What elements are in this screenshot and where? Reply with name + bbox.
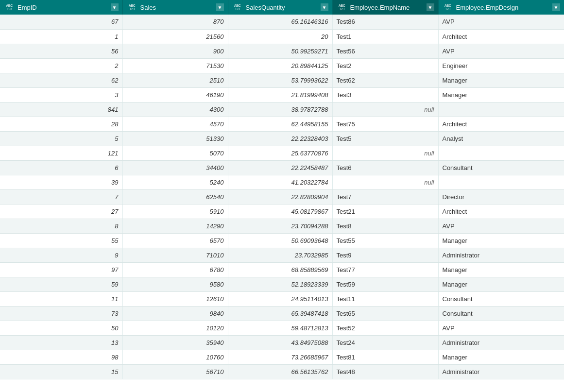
sort-button-empid[interactable]: ▼	[111, 3, 119, 11]
cell-salesqty: 66.56135762	[228, 364, 332, 379]
cell-empname: Test11	[332, 291, 438, 306]
cell-sales: 10760	[122, 350, 228, 364]
type-icon-empdesign: ABC 123	[443, 4, 453, 11]
cell-empname: Test48	[332, 364, 438, 379]
table-row: 981076073.26685967Test81Manager	[0, 350, 564, 364]
cell-salesqty: 62.44958155	[228, 117, 332, 131]
cell-empid: 97	[0, 262, 122, 277]
cell-salesqty: 23.70094288	[228, 219, 332, 233]
cell-sales: 4570	[122, 117, 228, 131]
cell-sales: 14290	[122, 219, 228, 233]
col-label-salesqty: SalesQuantity	[246, 4, 319, 11]
table-row: 5690050.99259271Test56AVP	[0, 44, 564, 58]
table-row: 121507025.63770876null	[0, 146, 564, 160]
cell-sales: 62540	[122, 189, 228, 204]
cell-empdesign: Consultant	[438, 160, 564, 175]
cell-salesqty: 22.22328403	[228, 131, 332, 146]
cell-salesqty: 23.7032985	[228, 248, 332, 262]
cell-empdesign: AVP	[438, 219, 564, 233]
cell-empdesign: Architect	[438, 29, 564, 44]
cell-salesqty: 43.84975088	[228, 335, 332, 350]
cell-empid: 2	[0, 58, 122, 73]
table-row: 55657050.69093648Test55Manager	[0, 233, 564, 248]
cell-sales: 10120	[122, 321, 228, 335]
cell-empname: Test21	[332, 204, 438, 219]
table-row: 6787065.16146316Test86AVP	[0, 15, 564, 29]
cell-empdesign: Manager	[438, 277, 564, 291]
cell-salesqty: 24.95114013	[228, 291, 332, 306]
cell-sales: 21560	[122, 29, 228, 44]
cell-sales: 46190	[122, 87, 228, 102]
cell-empdesign: AVP	[438, 321, 564, 335]
sort-button-empdesign[interactable]: ▼	[552, 3, 560, 11]
cell-empdesign: Manager	[438, 350, 564, 364]
table-row: 81429023.70094288Test8AVP	[0, 219, 564, 233]
cell-salesqty: 52.18923339	[228, 277, 332, 291]
cell-empid: 98	[0, 350, 122, 364]
cell-sales: 56710	[122, 364, 228, 379]
cell-sales: 5910	[122, 204, 228, 219]
cell-empdesign: Architect	[438, 204, 564, 219]
cell-empid: 5	[0, 131, 122, 146]
cell-empname: null	[332, 102, 438, 117]
cell-empdesign: Consultant	[438, 291, 564, 306]
cell-salesqty: 59.48712813	[228, 321, 332, 335]
cell-empid: 13	[0, 335, 122, 350]
cell-empid: 841	[0, 102, 122, 117]
cell-empid: 67	[0, 15, 122, 29]
cell-empname: Test65	[332, 306, 438, 321]
cell-empname: Test7	[332, 189, 438, 204]
col-header-sales: ABC 123 Sales ▼	[122, 0, 228, 15]
cell-sales: 4300	[122, 102, 228, 117]
cell-salesqty: 65.16146316	[228, 15, 332, 29]
col-header-salesqty: ABC 123 SalesQuantity ▼	[228, 0, 332, 15]
table-row: 27591045.08179867Test21Architect	[0, 204, 564, 219]
col-label-empdesign: Employee.EmpDesign	[456, 4, 550, 11]
table-row: 28457062.44958155Test75Architect	[0, 117, 564, 131]
cell-salesqty: 45.08179867	[228, 204, 332, 219]
cell-salesqty: 38.97872788	[228, 102, 332, 117]
cell-empdesign: Manager	[438, 262, 564, 277]
cell-sales: 6570	[122, 233, 228, 248]
cell-empname: Test2	[332, 58, 438, 73]
cell-salesqty: 73.26685967	[228, 350, 332, 364]
table-row: 97678068.85889569Test77Manager	[0, 262, 564, 277]
cell-empname: Test24	[332, 335, 438, 350]
sort-button-salesqty[interactable]: ▼	[321, 3, 328, 11]
cell-empname: Test8	[332, 219, 438, 233]
cell-salesqty: 41.20322784	[228, 175, 332, 189]
cell-empdesign: Architect	[438, 117, 564, 131]
cell-sales: 900	[122, 44, 228, 58]
type-icon-sales: ABC 123	[127, 4, 137, 11]
cell-empid: 121	[0, 146, 122, 160]
col-header-empid: ABC 123 EmpID ▼	[0, 0, 122, 15]
cell-empid: 27	[0, 204, 122, 219]
table-header-row: ABC 123 EmpID ▼ ABC 123 Sales ▼	[0, 0, 564, 15]
cell-empid: 3	[0, 87, 122, 102]
sort-button-sales[interactable]: ▼	[216, 3, 224, 11]
cell-empdesign: Manager	[438, 87, 564, 102]
cell-sales: 34400	[122, 160, 228, 175]
cell-empdesign: AVP	[438, 44, 564, 58]
type-icon-empid: ABC 123	[4, 4, 15, 11]
sort-button-empname[interactable]: ▼	[427, 3, 434, 11]
cell-empdesign: Consultant	[438, 306, 564, 321]
cell-sales: 9840	[122, 306, 228, 321]
cell-salesqty: 50.69093648	[228, 233, 332, 248]
cell-sales: 51330	[122, 131, 228, 146]
cell-empid: 15	[0, 364, 122, 379]
cell-empid: 6	[0, 160, 122, 175]
table-row: 76254022.82809904Test7Director	[0, 189, 564, 204]
cell-empid: 8	[0, 219, 122, 233]
cell-empid: 1	[0, 29, 122, 44]
col-label-empid: EmpID	[17, 4, 109, 11]
table-row: 55133022.22328403Test5Analyst	[0, 131, 564, 146]
cell-empdesign: Administrator	[438, 364, 564, 379]
cell-empid: 9	[0, 248, 122, 262]
cell-empname: null	[332, 175, 438, 189]
cell-empdesign: Manager	[438, 73, 564, 87]
cell-empdesign: Administrator	[438, 335, 564, 350]
table-row: 34619021.81999408Test3Manager	[0, 87, 564, 102]
cell-empdesign: Analyst	[438, 131, 564, 146]
cell-empid: 39	[0, 175, 122, 189]
